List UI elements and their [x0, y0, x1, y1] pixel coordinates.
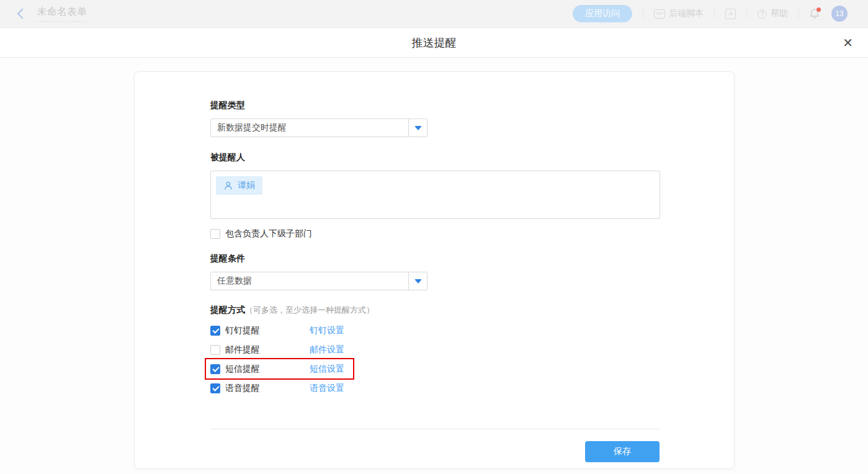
method-row-email: 邮件提醒 邮件设置 [210, 344, 344, 355]
backend-script-button[interactable]: </> 后端脚本 [654, 8, 704, 19]
chevron-down-icon [414, 126, 422, 130]
close-icon[interactable]: ✕ [843, 35, 853, 50]
voice-reminder-checkbox[interactable] [210, 383, 220, 393]
reminder-methods-label-text: 提醒方式 [210, 305, 245, 315]
reminder-type-select[interactable]: 新数据提交时提醒 [210, 118, 427, 137]
modal-title: 推送提醒 [412, 35, 457, 50]
app-access-button[interactable]: 应用访问 [573, 5, 632, 22]
dingtalk-reminder-label: 钉钉提醒 [225, 325, 310, 336]
form-name-title[interactable]: 未命名表单 [37, 6, 87, 22]
chevron-down-icon [414, 279, 422, 284]
sms-reminder-checkbox[interactable] [210, 364, 220, 374]
back-button[interactable] [12, 6, 27, 21]
top-bar-right: 应用访问 </> 后端脚本 A ? 帮助 [573, 5, 848, 22]
reminder-type-label: 提醒类型 [210, 100, 245, 111]
modal-header: 推送提醒 ✕ [0, 28, 868, 58]
address-book-icon: A [725, 9, 736, 19]
code-icon: </> [654, 9, 665, 19]
top-bar: 未命名表单 应用访问 </> 后端脚本 A ? 帮助 [0, 0, 868, 28]
notifications-button[interactable] [810, 7, 821, 20]
sms-reminder-label: 短信提醒 [225, 364, 310, 375]
email-settings-link[interactable]: 邮件设置 [310, 344, 344, 356]
divider [643, 9, 643, 18]
sms-settings-link[interactable]: 短信设置 [310, 364, 344, 375]
person-tag-name: 谭娟 [238, 180, 255, 191]
person-tag[interactable]: 谭娟 [216, 176, 262, 195]
question-icon: ? [758, 9, 767, 19]
method-row-sms: 短信提醒 短信设置 [210, 364, 344, 374]
chevron-left-icon [16, 8, 24, 19]
reminder-settings-card: 提醒类型 新数据提交时提醒 被提醒人 谭娟 包含负责人下级子部门 [134, 71, 735, 469]
select-arrow[interactable] [408, 272, 427, 290]
method-row-dingtalk: 钉钉提醒 钉钉设置 [210, 325, 344, 336]
help-label: 帮助 [771, 8, 788, 19]
voice-settings-link[interactable]: 语音设置 [310, 383, 344, 394]
save-button[interactable]: 保存 [585, 441, 660, 462]
select-arrow[interactable] [408, 119, 427, 136]
person-icon [223, 181, 233, 190]
include-sub-departments-row: 包含负责人下级子部门 [210, 228, 312, 239]
reminded-person-label: 被提醒人 [210, 152, 245, 163]
dingtalk-reminder-checkbox[interactable] [210, 326, 220, 336]
include-sub-departments-checkbox[interactable] [210, 229, 220, 239]
reminder-methods-label: 提醒方式（可多选，至少选择一种提醒方式） [210, 305, 374, 316]
screen: 未命名表单 应用访问 </> 后端脚本 A ? 帮助 [0, 0, 868, 474]
divider [714, 9, 715, 18]
dingtalk-settings-link[interactable]: 钉钉设置 [310, 325, 344, 336]
reminded-person-box[interactable]: 谭娟 [210, 171, 660, 219]
address-book-button[interactable]: A [725, 9, 736, 19]
voice-reminder-label: 语音提醒 [225, 383, 310, 394]
divider [746, 9, 747, 18]
divider [799, 9, 799, 18]
user-avatar[interactable]: 13 [831, 6, 848, 22]
backend-script-label: 后端脚本 [669, 8, 704, 19]
reminder-condition-value: 任意数据 [211, 275, 408, 287]
footer-divider [210, 429, 660, 429]
notification-dot [817, 7, 821, 12]
modal-body: 提醒类型 新数据提交时提醒 被提醒人 谭娟 包含负责人下级子部门 [0, 58, 868, 474]
method-row-voice: 语音提醒 语音设置 [210, 383, 344, 393]
reminder-condition-select[interactable]: 任意数据 [210, 272, 427, 290]
email-reminder-label: 邮件提醒 [225, 344, 310, 356]
email-reminder-checkbox[interactable] [210, 345, 220, 355]
include-sub-departments-label: 包含负责人下级子部门 [225, 228, 312, 239]
help-button[interactable]: ? 帮助 [758, 8, 788, 19]
reminder-condition-label: 提醒条件 [210, 253, 245, 264]
reminder-methods-note: （可多选，至少选择一种提醒方式） [245, 305, 374, 315]
reminder-type-value: 新数据提交时提醒 [211, 122, 408, 133]
